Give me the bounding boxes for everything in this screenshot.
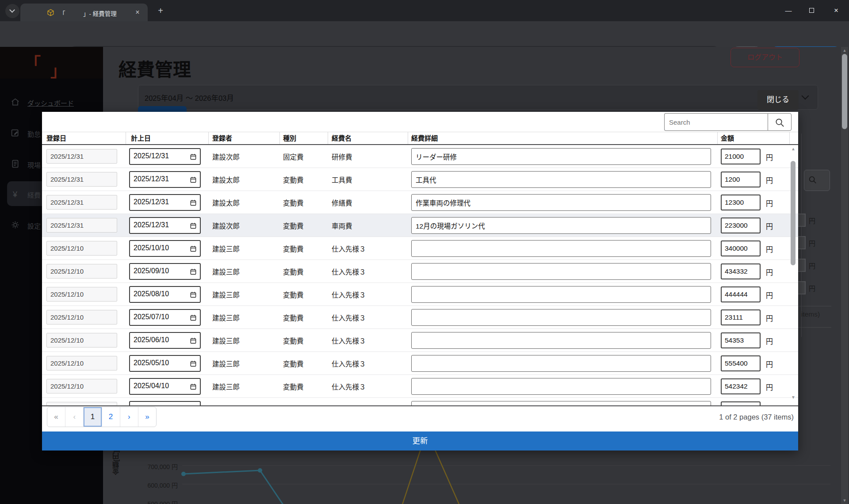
table-row: 2025/09/10建設三郎変動費仕入先様３円: [42, 260, 798, 283]
registration-date-input[interactable]: [46, 172, 117, 187]
recording-date-input[interactable]: 2025/08/10: [129, 286, 201, 303]
column-header: 金額: [721, 133, 734, 142]
close-modal-button[interactable]: 閉じる: [757, 90, 799, 110]
tab-close-icon[interactable]: ×: [133, 8, 142, 17]
expense-detail-input[interactable]: [411, 194, 711, 211]
tab-search-button[interactable]: [5, 4, 19, 18]
amount-input[interactable]: [721, 218, 761, 233]
pagination-next-button[interactable]: ›: [120, 407, 138, 427]
search-button[interactable]: [768, 113, 792, 131]
registration-date-input[interactable]: [46, 218, 117, 233]
pagination-prev-button[interactable]: ‹: [65, 407, 84, 427]
scroll-up-icon[interactable]: ▲: [841, 48, 848, 53]
expense-detail-input[interactable]: [411, 332, 711, 349]
expense-table-modal: 登録日計上日登録者種別経費名経費詳細金額 2025/12/31建設次郎固定費研修…: [42, 112, 798, 451]
recording-date-input[interactable]: 2025/09/10: [129, 263, 201, 280]
expense-detail-input[interactable]: [411, 286, 711, 303]
amount-input[interactable]: [721, 241, 761, 256]
column-separator: [408, 132, 408, 144]
expense-detail-input[interactable]: [411, 171, 711, 188]
registration-date-input[interactable]: [46, 356, 117, 370]
page-scrollbar[interactable]: ▲ ▼: [841, 47, 848, 504]
browser-tab[interactable]: 「 」- 経費管理 ×: [20, 4, 148, 21]
amount-input[interactable]: [721, 401, 761, 405]
calendar-icon[interactable]: [190, 245, 197, 252]
logout-button[interactable]: ログアウト: [730, 48, 799, 67]
registration-date-input[interactable]: [46, 149, 117, 164]
recording-date-input[interactable]: 2025/07/10: [129, 309, 201, 326]
scroll-up-icon[interactable]: ▲: [790, 146, 797, 151]
recording-date-input[interactable]: [129, 401, 201, 405]
background-input-fragment: [798, 259, 806, 272]
recording-date-input[interactable]: 2025/06/10: [129, 332, 201, 349]
recording-date-input[interactable]: 2025/12/31: [129, 194, 201, 211]
amount-input[interactable]: [721, 263, 761, 279]
expense-detail-input[interactable]: [411, 263, 711, 280]
recording-date-input[interactable]: 2025/12/31: [129, 171, 201, 188]
recording-date-input[interactable]: 2025/05/10: [129, 355, 201, 372]
table-row: 2025/07/10建設三郎変動費仕入先様３円: [42, 306, 798, 329]
amount-input[interactable]: [721, 172, 761, 187]
recording-date-input[interactable]: 2025/12/31: [129, 217, 201, 234]
sidebar-item-dashboard[interactable]: ダッシュボード: [0, 91, 103, 114]
amount-input[interactable]: [721, 309, 761, 325]
registration-date-input[interactable]: [46, 241, 117, 256]
calendar-icon[interactable]: [190, 268, 197, 275]
expense-detail-input[interactable]: [411, 309, 711, 326]
pagination-last-button[interactable]: »: [138, 407, 156, 427]
calendar-icon[interactable]: [190, 383, 197, 390]
calendar-icon[interactable]: [190, 222, 197, 229]
registration-date-input[interactable]: [46, 264, 117, 279]
expense-detail-input[interactable]: [411, 240, 711, 257]
registration-date-input[interactable]: [46, 379, 117, 393]
registration-date-input[interactable]: [46, 287, 117, 302]
page-scrollbar-thumb[interactable]: [842, 54, 847, 129]
window-minimize-button[interactable]: —: [778, 0, 799, 21]
amount-input[interactable]: [721, 355, 761, 371]
date-value: 2025/10/10: [134, 244, 169, 252]
recording-date-input[interactable]: 2025/10/10: [129, 240, 201, 257]
table-row: [42, 398, 798, 405]
yen-unit-label: 円: [766, 382, 773, 392]
update-button[interactable]: 更新: [42, 431, 798, 451]
new-tab-button[interactable]: +: [155, 5, 166, 17]
calendar-icon[interactable]: [190, 337, 197, 344]
scroll-down-icon[interactable]: ▼: [841, 498, 848, 503]
recording-date-input[interactable]: 2025/12/31: [129, 148, 201, 165]
pagination-page-1[interactable]: 1: [84, 407, 102, 427]
expense-detail-input[interactable]: [411, 355, 711, 372]
registration-date-input[interactable]: [46, 195, 117, 210]
search-input[interactable]: [664, 113, 768, 131]
expense-detail-input[interactable]: [411, 148, 711, 165]
amount-input[interactable]: [721, 332, 761, 348]
registration-date-input[interactable]: [46, 310, 117, 325]
type-cell: 変動費: [283, 221, 304, 230]
calendar-icon[interactable]: [190, 199, 197, 206]
pagination-page-2[interactable]: 2: [102, 407, 120, 427]
calendar-icon[interactable]: [190, 291, 197, 298]
amount-input[interactable]: [721, 286, 761, 302]
expense-detail-input[interactable]: [411, 401, 711, 405]
expense-detail-input[interactable]: [411, 217, 711, 234]
type-cell: 変動費: [283, 382, 304, 391]
date-value: 2025/05/10: [134, 359, 169, 367]
amount-input[interactable]: [721, 378, 761, 394]
amount-input[interactable]: [721, 149, 761, 164]
registration-date-input[interactable]: [46, 402, 117, 405]
registration-date-input[interactable]: [46, 333, 117, 347]
recording-date-input[interactable]: 2025/04/10: [129, 378, 201, 395]
window-maximize-button[interactable]: [801, 0, 822, 21]
calendar-icon[interactable]: [190, 360, 197, 367]
calendar-icon[interactable]: [190, 176, 197, 183]
table-scrollbar-thumb[interactable]: [791, 161, 795, 265]
calendar-icon[interactable]: [190, 153, 197, 160]
expense-detail-input[interactable]: [411, 378, 711, 395]
period-accordion[interactable]: 2025年04月 ～ 2026年03月: [138, 85, 818, 110]
registrant-cell: 建設次郎: [212, 152, 240, 161]
calendar-icon[interactable]: [190, 314, 197, 321]
amount-input[interactable]: [721, 195, 761, 210]
background-panel-border: [798, 327, 831, 328]
pagination-first-button[interactable]: «: [47, 407, 65, 427]
scroll-down-icon[interactable]: ▼: [790, 395, 797, 400]
window-close-button[interactable]: ×: [826, 0, 846, 21]
